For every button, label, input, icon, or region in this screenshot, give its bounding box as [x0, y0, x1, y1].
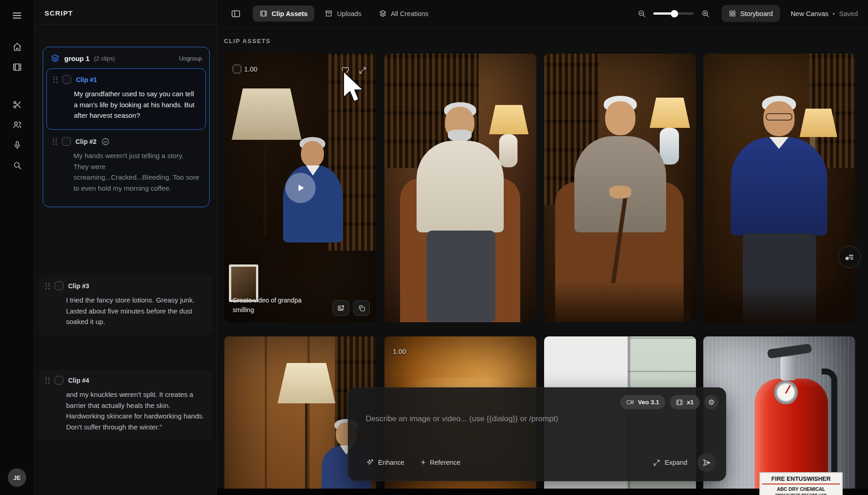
clip-4-label: Clip #4: [68, 377, 89, 384]
home-icon: [12, 42, 22, 52]
group-header: group 1 (2 clips) Ungroup: [43, 47, 209, 66]
asset-thumbnail: [703, 54, 855, 322]
tab-uploads[interactable]: Uploads: [318, 6, 368, 22]
reference-button[interactable]: + Reference: [421, 458, 460, 467]
storyboard-button[interactable]: Storyboard: [722, 5, 780, 22]
zoom-slider[interactable]: [653, 12, 694, 15]
drag-handle-icon[interactable]: [45, 283, 50, 289]
plus-icon: +: [421, 458, 426, 467]
clip-3-card[interactable]: Clip #3 I tried the fancy store lotions.…: [39, 275, 212, 336]
clip-2-checkbox[interactable]: [62, 137, 71, 146]
nav-home-button[interactable]: [7, 37, 27, 57]
search-icon: [12, 160, 22, 170]
clip-2-text[interactable]: My hands weren't just telling a story. T…: [73, 150, 200, 194]
duration-label: 1.00: [393, 347, 406, 355]
nav-edit-button[interactable]: [7, 94, 27, 115]
model-selector[interactable]: Veo 3.1: [620, 395, 665, 409]
asset-card-video[interactable]: 1.00 Create video of grandpa smilling: [224, 54, 376, 322]
ungroup-button[interactable]: Ungroup: [179, 55, 202, 62]
model-label: Veo 3.1: [638, 399, 659, 406]
clip-2-card[interactable]: Clip #2 My hands weren't just telling a …: [46, 131, 206, 202]
nav-voice-button[interactable]: [7, 135, 27, 155]
queue-icon: [845, 252, 855, 262]
duration-label: 1.00: [244, 65, 257, 73]
main-topbar: Clip Assets Uploads All Creations: [217, 0, 868, 28]
layers-group-icon: [50, 54, 60, 63]
drag-handle-icon[interactable]: [53, 77, 57, 83]
clip-4-checkbox[interactable]: [55, 376, 63, 385]
tab-label: Uploads: [337, 10, 361, 17]
user-avatar[interactable]: JE: [8, 468, 26, 487]
clip-1-checkbox[interactable]: [62, 75, 71, 84]
nav-clips-button[interactable]: [7, 57, 27, 77]
zoom-slider-handle[interactable]: [671, 10, 678, 17]
prompt-input[interactable]: [366, 414, 668, 424]
clip-1-text[interactable]: My grandfather used to say you can tell …: [74, 88, 199, 121]
tab-label: All Creations: [391, 10, 428, 17]
panel-toggle-button[interactable]: [231, 9, 241, 19]
asset-card[interactable]: [544, 54, 696, 322]
canvas-title[interactable]: New Canvas: [791, 10, 829, 17]
expand-icon[interactable]: [358, 66, 367, 75]
nav-characters-button[interactable]: [7, 115, 27, 135]
clip-4-card[interactable]: Clip #4 and my knuckles weren't split. I…: [39, 369, 212, 441]
storyboard-label: Storyboard: [740, 10, 773, 17]
users-icon: [12, 120, 22, 130]
output-count-selector[interactable]: x1: [670, 395, 700, 409]
check-circle-icon: [101, 138, 110, 146]
tab-label: Clip Assets: [272, 10, 307, 17]
asset-thumbnail: [384, 54, 536, 322]
play-button[interactable]: [285, 173, 316, 203]
clip-1-label: Clip #1: [76, 76, 97, 83]
left-rail: JE: [0, 0, 34, 495]
generations-queue-button[interactable]: [838, 246, 861, 268]
extinguisher-label: FIRE ENTUSWISHER ABC DRY CHEMICAL PRESSU…: [759, 472, 843, 495]
film-icon: [12, 62, 22, 72]
enhance-button[interactable]: Enhance: [366, 458, 404, 467]
zoom-out-icon[interactable]: [637, 9, 646, 18]
asset-card[interactable]: [703, 54, 855, 322]
clip-4-text[interactable]: and my knuckles weren't split. It create…: [66, 389, 206, 433]
settings-button[interactable]: ⚙: [704, 395, 718, 409]
nav-search-button[interactable]: [7, 155, 27, 175]
zoom-in-icon[interactable]: [701, 9, 710, 18]
film-icon: [260, 10, 267, 17]
paper-plane-icon: [702, 458, 711, 467]
canvas-status: New Canvas • Saved: [791, 10, 858, 17]
drag-handle-icon[interactable]: [45, 377, 50, 384]
group-name: group 1: [64, 55, 89, 62]
duplicate-button[interactable]: [353, 300, 370, 316]
send-button[interactable]: [697, 453, 716, 472]
clip-3-text[interactable]: I tried the fancy store lotions. Greasy …: [66, 295, 206, 327]
clip-1-card[interactable]: Clip #1 My grandfather used to say you c…: [46, 68, 206, 130]
use-as-image-button[interactable]: [333, 300, 349, 316]
menu-button[interactable]: [7, 6, 27, 26]
scissors-icon: [12, 100, 22, 110]
clip-3-checkbox[interactable]: [55, 281, 63, 290]
script-panel: SCRIPT group 1 (2 clips) Ungroup Clip #1…: [34, 0, 217, 495]
group-clip-count: (2 clips): [94, 55, 115, 62]
asset-card[interactable]: [384, 54, 536, 322]
sparkles-icon: [366, 458, 374, 467]
reference-label: Reference: [430, 459, 461, 466]
microphone-icon: [12, 140, 22, 150]
asset-caption: Create video of grandpa smilling: [233, 296, 311, 315]
film-icon: [676, 399, 683, 406]
drag-handle-icon[interactable]: [53, 138, 57, 145]
asset-checkbox[interactable]: [233, 65, 241, 73]
tab-clip-assets[interactable]: Clip Assets: [253, 6, 314, 22]
tab-all-creations[interactable]: All Creations: [372, 6, 435, 22]
favorite-heart-icon[interactable]: [341, 66, 350, 75]
hamburger-icon: [12, 11, 22, 21]
expand-label: Expand: [665, 459, 687, 466]
gear-icon: ⚙: [708, 398, 714, 407]
person-figure: [413, 102, 507, 322]
enhance-label: Enhance: [378, 459, 404, 466]
expand-arrows-icon: [653, 459, 661, 467]
prompt-bar: Veo 3.1 x1 ⚙ Enhance + Reference: [348, 387, 726, 481]
section-title: CLIP ASSETS: [224, 38, 271, 44]
saved-status: Saved: [839, 10, 858, 17]
grid-icon: [729, 10, 736, 17]
script-panel-title: SCRIPT: [34, 0, 217, 25]
expand-prompt-button[interactable]: Expand: [653, 459, 687, 467]
